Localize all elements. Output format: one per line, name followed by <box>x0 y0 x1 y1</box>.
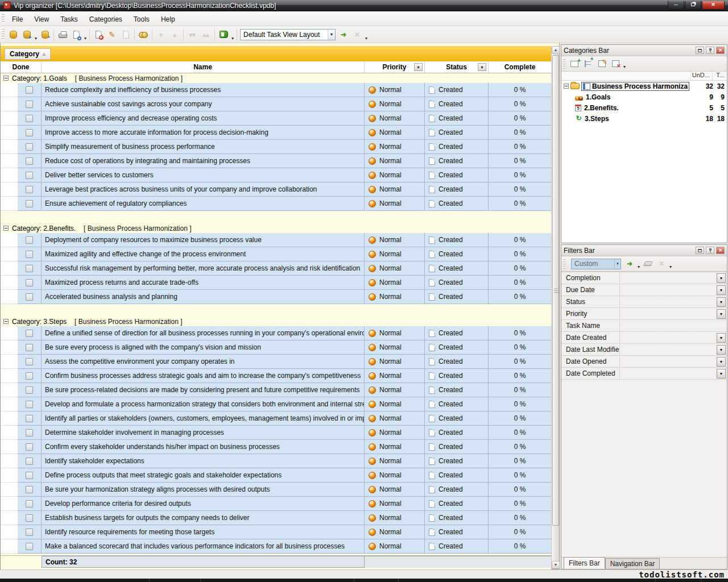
filter-dropdown-button[interactable]: ▼ <box>717 285 726 295</box>
done-checkbox[interactable] <box>26 172 33 179</box>
scrollbar-thumb[interactable] <box>552 55 559 526</box>
task-row[interactable]: Leverage best practices across business … <box>1 182 551 197</box>
done-checkbox[interactable] <box>26 472 33 479</box>
task-row[interactable]: Determine stakeholder involvement in man… <box>1 426 551 440</box>
task-row[interactable]: Successful risk management by performing… <box>1 261 551 276</box>
task-row[interactable]: Define process outputs that meet strateg… <box>1 468 551 483</box>
task-name[interactable]: Identify all parties or stakeholders (ow… <box>42 411 365 426</box>
filters-pin-button[interactable] <box>706 247 714 254</box>
menu-view[interactable]: View <box>28 13 55 26</box>
group-header-row[interactable]: Category: 1.Goals [ Business Process Har… <box>1 73 551 83</box>
filter-value-field[interactable] <box>620 308 717 319</box>
task-row[interactable]: Simplify measurement of business process… <box>1 140 551 154</box>
task-row[interactable]: Deliver better services to customers Nor… <box>1 168 551 182</box>
categories-close-button[interactable]: ✕ <box>716 47 725 54</box>
clear-filter-button[interactable] <box>641 257 655 271</box>
column-header-complete[interactable]: Complete <box>489 61 551 73</box>
total-column-header[interactable]: T... <box>712 72 727 80</box>
task-name[interactable]: Determine stakeholder involvement in man… <box>42 426 365 440</box>
categories-pin-button[interactable] <box>706 47 714 54</box>
done-checkbox[interactable] <box>26 186 33 193</box>
categories-restore-button[interactable] <box>696 47 704 54</box>
tab-navigation-bar[interactable]: Navigation Bar <box>605 558 660 569</box>
filter-value-field[interactable] <box>620 284 717 296</box>
task-row[interactable]: Make a balanced scorecard that includes … <box>1 539 551 554</box>
task-row[interactable]: Reduce complexity and inefficiency of bu… <box>1 83 551 97</box>
tab-filters-bar[interactable]: Filters Bar <box>564 557 605 569</box>
task-row[interactable]: Maximized agility and effective change o… <box>1 247 551 261</box>
done-checkbox[interactable] <box>26 415 33 422</box>
task-row[interactable]: Assess the competitive environment your … <box>1 355 551 369</box>
task-name[interactable]: Identify stakeholder expectations <box>42 454 365 468</box>
group-by-category-chip[interactable]: Category ▵ <box>5 48 51 60</box>
done-checkbox[interactable] <box>26 500 33 508</box>
done-checkbox[interactable] <box>26 543 33 550</box>
filter-value-field[interactable] <box>620 344 717 355</box>
task-row[interactable]: Be sure process-related decisions are ma… <box>1 383 551 397</box>
apply-layout-button[interactable]: ➜ <box>337 28 350 41</box>
done-checkbox[interactable] <box>26 458 33 465</box>
delete-filter-button[interactable]: ✕ <box>655 257 668 271</box>
view-layout-button[interactable] <box>217 28 230 41</box>
task-name[interactable]: Make a balanced scorecard that includes … <box>42 539 365 554</box>
edit-task-button[interactable]: ✎ <box>105 28 119 41</box>
filter-dropdown-button[interactable]: ▼ <box>717 297 726 307</box>
done-checkbox[interactable] <box>26 330 33 337</box>
categories-toolbar-overflow[interactable]: ▾ <box>623 64 626 71</box>
done-checkbox[interactable] <box>26 358 33 365</box>
done-checkbox[interactable] <box>26 372 33 380</box>
scroll-down-button[interactable]: ▼ <box>552 561 560 569</box>
print-preview-dropdown[interactable]: ▾ <box>84 36 86 43</box>
tree-category-item[interactable]: 5 2.Benefits. 5 5 <box>561 102 727 113</box>
collapse-group-icon[interactable] <box>3 319 9 324</box>
task-name[interactable]: Achieve sustainable cost savings across … <box>42 97 365 111</box>
tree-root-business-process[interactable]: Business Process Harmoniza 32 32 <box>561 81 727 92</box>
menu-tools[interactable]: Tools <box>128 13 155 26</box>
new-subcategory-button[interactable] <box>581 57 595 70</box>
task-name[interactable]: Improve access to more accurate informat… <box>42 126 365 140</box>
filter-dropdown-button[interactable]: ▼ <box>717 309 726 319</box>
task-row[interactable]: Achieve sustainable cost savings across … <box>1 97 551 111</box>
menu-file[interactable]: File <box>6 13 28 26</box>
column-header-priority[interactable]: Priority▼ <box>365 61 425 73</box>
view-layout-dropdown[interactable]: ▾ <box>231 36 234 43</box>
restore-button[interactable] <box>685 1 701 10</box>
task-name[interactable]: Define a unified sense of direction for … <box>42 326 365 340</box>
task-name[interactable]: Define process outputs that meet strateg… <box>42 468 365 483</box>
task-name[interactable]: Reduce cost of operations by integrating… <box>42 154 365 168</box>
done-checkbox[interactable] <box>26 401 33 408</box>
apply-filter-dropdown[interactable]: ▾ <box>638 264 640 271</box>
move-top-button[interactable]: ▴▴ <box>199 28 213 41</box>
done-checkbox[interactable] <box>26 344 33 351</box>
done-checkbox[interactable] <box>26 514 33 522</box>
menu-categories[interactable]: Categories <box>84 13 128 26</box>
task-row[interactable]: Confirm business processes address strat… <box>1 369 551 383</box>
task-row[interactable]: Ensure achievement of regulatory complia… <box>1 197 551 211</box>
done-checkbox[interactable] <box>26 200 33 207</box>
task-name[interactable]: Maximized agility and effective change o… <box>42 247 365 261</box>
tree-category-item[interactable]: 1.Goals 9 9 <box>561 92 727 102</box>
filter-value-field[interactable] <box>620 356 717 367</box>
new-category-button[interactable] <box>568 57 581 70</box>
layout-toolbar-overflow[interactable]: ▾ <box>365 36 367 43</box>
close-button[interactable]: ✕ <box>702 1 725 10</box>
collapse-group-icon[interactable] <box>3 226 9 231</box>
filter-value-field[interactable] <box>620 332 717 343</box>
group-header-row[interactable]: Category: 3.Steps [ Business Process Har… <box>1 317 551 326</box>
undone-column-header[interactable]: UnD... <box>690 72 712 80</box>
print-preview-button[interactable] <box>69 28 83 41</box>
filters-close-button[interactable]: ✕ <box>716 247 725 254</box>
column-header-name[interactable]: Name <box>42 61 365 73</box>
task-name[interactable]: Develop and formulate a process harmoniz… <box>42 397 365 411</box>
task-name[interactable]: Maximized process returns and accurate t… <box>42 276 365 290</box>
task-row[interactable]: Reduce cost of operations by integrating… <box>1 154 551 168</box>
layout-combobox[interactable]: Default Task View Layout ▼ <box>240 29 336 40</box>
task-row[interactable]: Improve process efficiency and decrease … <box>1 111 551 126</box>
done-checkbox[interactable] <box>26 265 33 272</box>
task-name[interactable]: Accelerated business analysis and planni… <box>42 290 365 304</box>
collapse-icon[interactable] <box>564 84 569 89</box>
task-name[interactable]: Deployment of company resources to maxim… <box>42 233 365 247</box>
task-name[interactable]: Leverage best practices across business … <box>42 182 365 197</box>
edit-category-button[interactable] <box>595 57 609 70</box>
move-bottom-button[interactable]: ▾▾ <box>185 28 199 41</box>
